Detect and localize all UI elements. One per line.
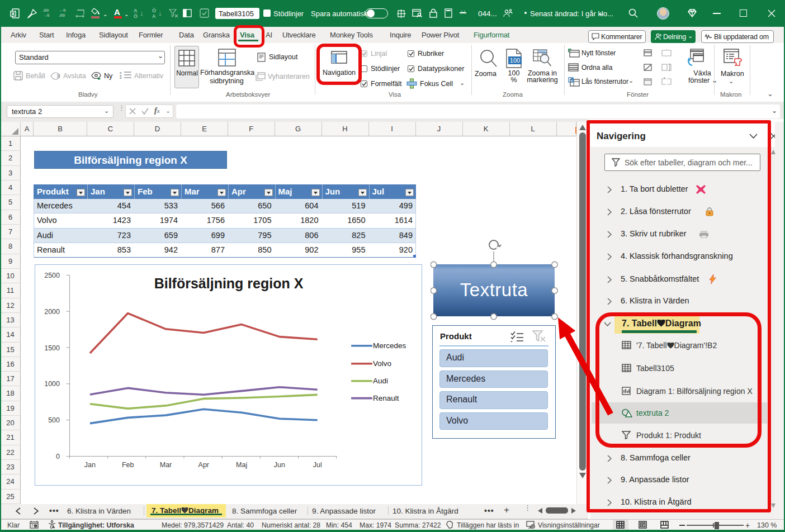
svg-text:Renault: Renault bbox=[373, 394, 399, 402]
svg-text:Jul: Jul bbox=[313, 461, 322, 469]
svg-text:2500: 2500 bbox=[44, 272, 60, 279]
svg-text:100: 100 bbox=[510, 57, 520, 64]
svg-text:Jan: Jan bbox=[84, 461, 96, 469]
svg-text:Jun: Jun bbox=[274, 461, 285, 469]
svg-text:Maj: Maj bbox=[236, 461, 247, 469]
svg-text:2000: 2000 bbox=[44, 308, 60, 316]
svg-text:0: 0 bbox=[56, 453, 60, 460]
svg-text:1000: 1000 bbox=[44, 380, 60, 388]
svg-text:Audi: Audi bbox=[373, 377, 388, 385]
svg-text:Mercedes: Mercedes bbox=[373, 341, 406, 350]
svg-text:Mar: Mar bbox=[160, 461, 172, 469]
svg-text:Bilförsäljning region X: Bilförsäljning region X bbox=[154, 276, 304, 291]
svg-text:500: 500 bbox=[48, 416, 60, 424]
svg-text:Volvo: Volvo bbox=[373, 359, 391, 368]
svg-text:Apr: Apr bbox=[198, 461, 209, 469]
svg-text:1500: 1500 bbox=[44, 344, 60, 352]
svg-text:Feb: Feb bbox=[122, 461, 134, 469]
